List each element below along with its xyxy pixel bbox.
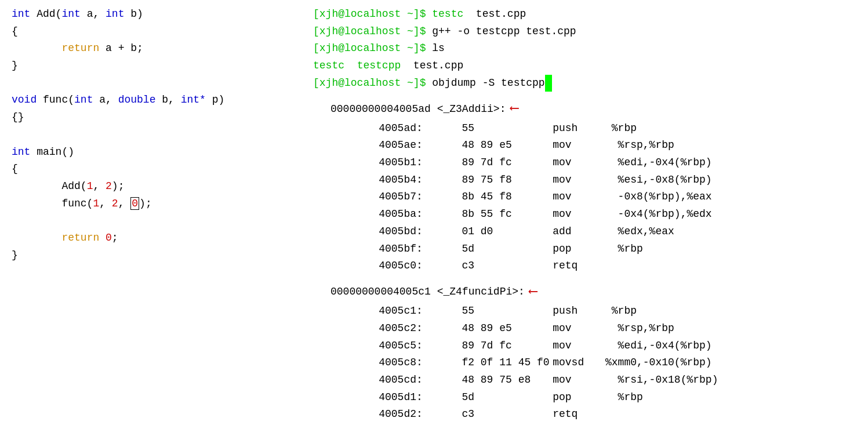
arrow-icon-2: ⟵ xyxy=(529,282,537,303)
asm-row: 4005ad: 55 push %rbp xyxy=(354,120,856,137)
code-line-12: } xyxy=(12,247,290,264)
testc-label: testc xyxy=(313,60,344,71)
prompt-4: [xjh@localhost ~]$ xyxy=(313,77,432,89)
keyword-int2: int xyxy=(61,8,80,20)
cmd-ls1: testc xyxy=(432,8,463,20)
num-4: 2 xyxy=(112,198,118,209)
num-ret: 0 xyxy=(106,232,112,244)
code-blank-2 xyxy=(12,126,290,144)
source-code-panel: int Add(int a, int b) { return a + b; } … xyxy=(0,0,302,425)
testcpp-label: testcpp xyxy=(357,60,401,71)
asm-row: 4005c0: c3 retq xyxy=(354,257,856,275)
asm-row: 4005d1: 5d pop %rbp xyxy=(354,389,856,406)
code-line-8: { xyxy=(12,161,290,178)
main-container: int Add(int a, int b) { return a + b; } … xyxy=(0,0,868,425)
asm-row: 4005ae: 48 89 e5 mov %rsp,%rbp xyxy=(354,137,856,154)
asm-row: 4005c8: f2 0f 11 45 f0 movsd %xmm0,-0x10… xyxy=(354,354,856,372)
keyword-intp: int* xyxy=(181,94,206,106)
keyword-int: int xyxy=(12,8,30,20)
asm-section-2-header: 00000000004005c1 <_Z4funcidPi>: ⟵ xyxy=(331,282,856,303)
asm-rows-1: 4005ad: 55 push %rbp 4005ae: 48 89 e5 mo… xyxy=(331,120,856,275)
terminal-asm-panel: [xjh@localhost ~]$ testc test.cpp [xjh@l… xyxy=(302,0,868,425)
keyword-double: double xyxy=(118,94,156,106)
return-kw2: return xyxy=(61,232,99,244)
terminal-line-1: [xjh@localhost ~]$ testc test.cpp xyxy=(313,6,856,23)
return-kw: return xyxy=(61,42,99,54)
asm-section-1-header: 00000000004005ad <_Z3Addii>: ⟵ xyxy=(331,99,856,119)
asm-row: 4005b7: 8b 45 f8 mov -0x8(%rbp),%eax xyxy=(354,188,856,206)
code-line-3: return a + b; xyxy=(12,40,290,57)
asm-addr-header-2: 00000000004005c1 <_Z4funcidPi>: xyxy=(331,284,525,301)
code-line-11: return 0; xyxy=(12,230,290,247)
asm-addr-header-1: 00000000004005ad <_Z3Addii>: xyxy=(331,101,506,118)
code-line-7: int main() xyxy=(12,144,290,161)
keyword-void: void xyxy=(12,94,37,106)
code-line-6: {} xyxy=(12,109,290,126)
keyword-int3: int xyxy=(106,8,124,20)
asm-row: 4005c1: 55 push %rbp xyxy=(354,303,856,320)
code-line-10: func(1, 2, 0); xyxy=(12,195,290,213)
code-line-9: Add(1, 2); xyxy=(12,178,290,195)
code-line-1: int Add(int a, int b) xyxy=(12,6,290,23)
keyword-int5: int xyxy=(12,146,30,158)
asm-row: 4005d2: c3 retq xyxy=(354,406,856,423)
prompt-2: [xjh@localhost ~]$ xyxy=(313,26,432,37)
asm-rows-2: 4005c1: 55 push %rbp 4005c2: 48 89 e5 mo… xyxy=(331,303,856,423)
asm-row: 4005bf: 5d pop %rbp xyxy=(354,241,856,258)
prompt-1: [xjh@localhost ~]$ xyxy=(313,8,432,20)
num-zero-boxed: 0 xyxy=(130,197,139,210)
asm-row: 4005cd: 48 89 75 e8 mov %rsi,-0x18(%rbp) xyxy=(354,372,856,389)
prompt-3: [xjh@localhost ~]$ xyxy=(313,42,432,54)
asm-section-2: 00000000004005c1 <_Z4funcidPi>: ⟵ 4005c1… xyxy=(313,282,856,423)
asm-row: 4005b1: 89 7d fc mov %edi,-0x4(%rbp) xyxy=(354,154,856,172)
num-1: 1 xyxy=(87,180,93,192)
code-line-2: { xyxy=(12,23,290,41)
code-line-5: void func(int a, double b, int* p) xyxy=(12,92,290,109)
asm-row: 4005bd: 01 d0 add %edx,%eax xyxy=(354,223,856,241)
terminal-line-3: [xjh@localhost ~]$ ls xyxy=(313,40,856,57)
terminal-line-2: [xjh@localhost ~]$ g++ -o testcpp test.c… xyxy=(313,23,856,41)
asm-row: 4005c2: 48 89 e5 mov %rsp,%rbp xyxy=(354,320,856,337)
asm-row: 4005ba: 8b 55 fc mov -0x4(%rbp),%edx xyxy=(354,206,856,223)
num-2: 2 xyxy=(106,180,112,192)
asm-row: 4005b4: 89 75 f8 mov %esi,-0x8(%rbp) xyxy=(354,172,856,189)
code-blank-3 xyxy=(12,212,290,230)
code-line-4: } xyxy=(12,57,290,75)
asm-section-1: 00000000004005ad <_Z3Addii>: ⟵ 4005ad: 5… xyxy=(313,99,856,274)
num-3: 1 xyxy=(93,198,99,209)
terminal-line-5: [xjh@localhost ~]$ objdump -S testcpp xyxy=(313,75,856,92)
code-blank-1 xyxy=(12,75,290,92)
keyword-int4: int xyxy=(74,94,93,106)
arrow-icon-1: ⟵ xyxy=(510,99,518,119)
cursor xyxy=(545,75,552,92)
terminal-line-4: testc testcpp test.cpp xyxy=(313,57,856,75)
asm-row: 4005c5: 89 7d fc mov %edi,-0x4(%rbp) xyxy=(354,337,856,355)
